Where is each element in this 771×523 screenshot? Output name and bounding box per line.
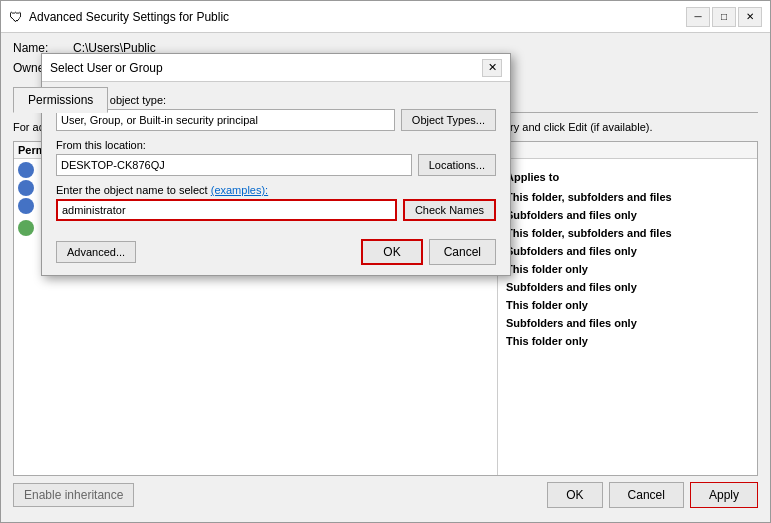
dialog-body: Select this object type: Object Types...… [42,82,510,233]
title-bar-buttons: ─ □ ✕ [686,7,762,27]
select-user-dialog: Select User or Group ✕ Select this objec… [41,53,511,276]
object-name-row: Check Names [56,199,496,221]
object-type-label: Select this object type: [56,94,496,106]
object-types-button[interactable]: Object Types... [401,109,496,131]
object-name-section: Enter the object name to select (example… [56,184,496,221]
dialog-close-button[interactable]: ✕ [482,59,502,77]
minimize-button[interactable]: ─ [686,7,710,27]
examples-link[interactable]: (examples): [211,184,268,196]
dialog-footer: Advanced... OK Cancel [42,233,510,275]
object-type-row: Object Types... [56,109,496,131]
advanced-button[interactable]: Advanced... [56,241,136,263]
object-name-input[interactable] [56,199,397,221]
locations-button[interactable]: Locations... [418,154,496,176]
title-bar: 🛡 Advanced Security Settings for Public … [1,1,770,33]
dialog-footer-right: OK Cancel [361,239,496,265]
location-row: Locations... [56,154,496,176]
dialog-title-text: Select User or Group [50,61,163,75]
object-name-label: Enter the object name to select (example… [56,184,496,196]
object-name-label-text: Enter the object name to select [56,184,208,196]
dialog-ok-button[interactable]: OK [361,239,422,265]
location-section: From this location: Locations... [56,139,496,176]
main-window: 🛡 Advanced Security Settings for Public … [0,0,771,523]
from-location-label: From this location: [56,139,496,151]
window-title: Advanced Security Settings for Public [29,10,229,24]
window-icon: 🛡 [9,9,23,25]
dialog-overlay: Select User or Group ✕ Select this objec… [1,33,770,522]
check-names-button[interactable]: Check Names [403,199,496,221]
dialog-cancel-button[interactable]: Cancel [429,239,496,265]
title-bar-left: 🛡 Advanced Security Settings for Public [9,9,229,25]
main-content: Name: C:\Users\Public Owner: SYSTEM 🛡 Ch… [1,33,770,522]
object-type-section: Select this object type: Object Types... [56,94,496,131]
location-input[interactable] [56,154,412,176]
dialog-title-bar: Select User or Group ✕ [42,54,510,82]
maximize-button[interactable]: □ [712,7,736,27]
close-button[interactable]: ✕ [738,7,762,27]
tab-permissions[interactable]: Permissions [13,87,108,113]
